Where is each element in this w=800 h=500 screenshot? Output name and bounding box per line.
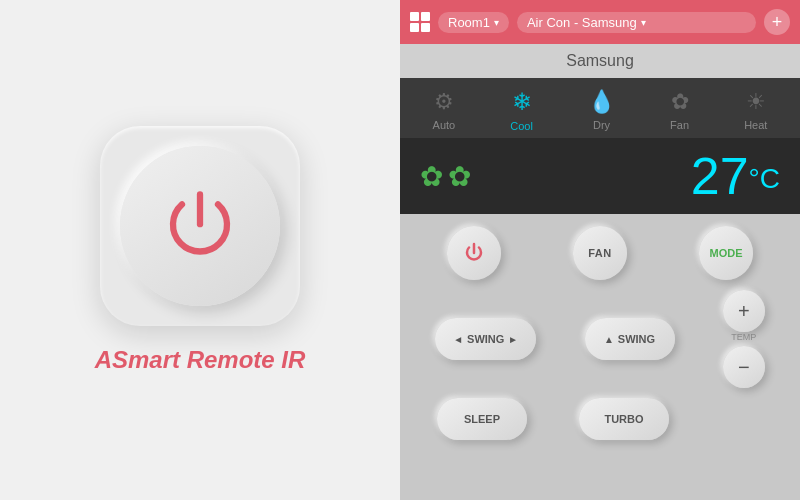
dry-icon: 💧 [588,89,615,115]
auto-icon: ⚙ [434,89,454,115]
temp-controls: + TEMP − [723,290,765,388]
room-chevron: ▾ [494,17,499,28]
power-circle [120,146,280,306]
grid-icon[interactable] [410,12,430,32]
power-icon-svg [155,181,245,271]
fan-mode-icon: ✿ [671,89,689,115]
temp-unit: °C [749,163,780,194]
fan-mode-label: Fan [670,119,689,131]
temperature-display: 27°C [691,150,780,202]
controls-row-2: ◄ SWING ◄ ▲ SWING + TEMP − [415,290,785,388]
mode-fan[interactable]: ✿ Fan [670,89,689,131]
device-name: Samsung [566,52,634,69]
top-bar: Room1 ▾ Air Con - Samsung ▾ + [400,0,800,44]
auto-label: Auto [433,119,456,131]
mode-button[interactable]: MODE [699,226,753,280]
mode-heat[interactable]: ☀ Heat [744,89,767,131]
device-label: Air Con - Samsung [527,15,637,30]
swing-v-label: SWING [618,333,655,345]
device-selector[interactable]: Air Con - Samsung ▾ [517,12,756,33]
power-button[interactable] [447,226,501,280]
fan-spin-icon-2: ✿ [448,160,471,193]
app-icon-wrapper [100,126,300,326]
cool-label: Cool [510,120,533,132]
app-title: ASmart Remote IR [95,346,306,374]
controls-row-3: SLEEP TURBO [415,398,785,440]
fan-icons: ✿ ✿ [420,160,471,193]
turbo-button[interactable]: TURBO [579,398,669,440]
swing-h-left-arrow: ◄ [453,334,463,345]
temp-plus-button[interactable]: + [723,290,765,332]
temp-display: ✿ ✿ 27°C [400,138,800,214]
cool-icon: ❄ [512,88,532,116]
mode-auto[interactable]: ⚙ Auto [433,89,456,131]
fan-spin-icon-1: ✿ [420,160,443,193]
room-label: Room1 [448,15,490,30]
right-panel: Room1 ▾ Air Con - Samsung ▾ + Samsung ⚙ … [400,0,800,500]
temp-control-label: TEMP [731,332,756,342]
dry-label: Dry [593,119,610,131]
controls-row-1: FAN MODE [415,226,785,280]
mode-selector: ⚙ Auto ❄ Cool 💧 Dry ✿ Fan ☀ Heat [400,78,800,138]
device-chevron: ▾ [641,17,646,28]
swing-v-up-arrow: ▲ [604,334,614,345]
room-selector[interactable]: Room1 ▾ [438,12,509,33]
temp-minus-button[interactable]: − [723,346,765,388]
add-button[interactable]: + [764,9,790,35]
sleep-button[interactable]: SLEEP [437,398,527,440]
device-name-bar: Samsung [400,44,800,78]
swing-v-button[interactable]: ▲ SWING [585,318,675,360]
turbo-label: TURBO [604,413,643,425]
fan-button[interactable]: FAN [573,226,627,280]
temp-value: 27 [691,147,749,205]
swing-h-label: SWING [467,333,504,345]
swing-h-button[interactable]: ◄ SWING ◄ [435,318,536,360]
mode-dry[interactable]: 💧 Dry [588,89,615,131]
mode-cool[interactable]: ❄ Cool [510,88,533,132]
sleep-label: SLEEP [464,413,500,425]
heat-icon: ☀ [746,89,766,115]
left-panel: ASmart Remote IR [0,0,400,500]
heat-label: Heat [744,119,767,131]
swing-h-right-arrow: ◄ [508,334,518,345]
controls-area: FAN MODE ◄ SWING ◄ ▲ SWING + TEMP [400,214,800,500]
